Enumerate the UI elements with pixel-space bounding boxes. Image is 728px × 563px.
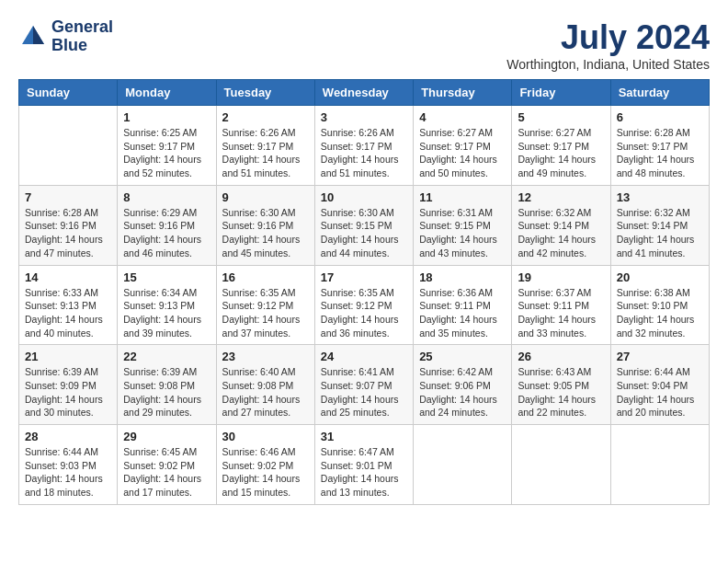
calendar-cell: 12Sunrise: 6:32 AM Sunset: 9:14 PM Dayli… (512, 185, 610, 265)
day-info: Sunrise: 6:30 AM Sunset: 9:15 PM Dayligh… (321, 206, 407, 260)
calendar-cell (19, 106, 118, 186)
day-info: Sunrise: 6:27 AM Sunset: 9:17 PM Dayligh… (419, 126, 506, 180)
calendar-cell: 29Sunrise: 6:45 AM Sunset: 9:02 PM Dayli… (118, 425, 216, 505)
day-number: 15 (123, 270, 210, 284)
day-number: 4 (419, 110, 506, 124)
day-number: 6 (617, 110, 703, 124)
page-header: General Blue July 2024 Worthington, Indi… (18, 18, 710, 72)
day-info: Sunrise: 6:39 AM Sunset: 9:09 PM Dayligh… (25, 365, 111, 419)
calendar-week-row: 1Sunrise: 6:25 AM Sunset: 9:17 PM Daylig… (19, 106, 710, 186)
calendar-cell: 7Sunrise: 6:28 AM Sunset: 9:16 PM Daylig… (19, 185, 118, 265)
calendar-cell (414, 425, 512, 505)
day-info: Sunrise: 6:30 AM Sunset: 9:16 PM Dayligh… (222, 206, 309, 260)
weekday-header-sunday: Sunday (19, 80, 118, 106)
day-number: 12 (518, 190, 604, 204)
calendar-cell: 6Sunrise: 6:28 AM Sunset: 9:17 PM Daylig… (610, 106, 709, 186)
calendar-cell: 16Sunrise: 6:35 AM Sunset: 9:12 PM Dayli… (216, 265, 314, 345)
day-info: Sunrise: 6:43 AM Sunset: 9:05 PM Dayligh… (518, 365, 604, 419)
calendar-cell: 13Sunrise: 6:32 AM Sunset: 9:14 PM Dayli… (610, 185, 709, 265)
weekday-header-thursday: Thursday (414, 80, 512, 106)
day-info: Sunrise: 6:41 AM Sunset: 9:07 PM Dayligh… (321, 365, 407, 419)
day-number: 23 (222, 350, 309, 363)
calendar-cell: 28Sunrise: 6:44 AM Sunset: 9:03 PM Dayli… (19, 425, 118, 505)
location: Worthington, Indiana, United States (506, 57, 710, 72)
logo-icon (18, 22, 48, 52)
calendar-cell: 23Sunrise: 6:40 AM Sunset: 9:08 PM Dayli… (216, 345, 314, 425)
day-info: Sunrise: 6:28 AM Sunset: 9:17 PM Dayligh… (617, 126, 703, 180)
day-number: 29 (123, 430, 210, 443)
day-number: 10 (321, 190, 407, 204)
calendar-cell: 20Sunrise: 6:38 AM Sunset: 9:10 PM Dayli… (610, 265, 709, 345)
day-info: Sunrise: 6:32 AM Sunset: 9:14 PM Dayligh… (518, 206, 604, 260)
day-info: Sunrise: 6:44 AM Sunset: 9:03 PM Dayligh… (25, 445, 111, 500)
calendar-cell: 27Sunrise: 6:44 AM Sunset: 9:04 PM Dayli… (610, 345, 709, 425)
day-number: 30 (222, 430, 309, 443)
calendar-week-row: 28Sunrise: 6:44 AM Sunset: 9:03 PM Dayli… (19, 425, 710, 505)
calendar-cell: 3Sunrise: 6:26 AM Sunset: 9:17 PM Daylig… (314, 106, 413, 186)
day-number: 26 (518, 350, 604, 363)
day-info: Sunrise: 6:32 AM Sunset: 9:14 PM Dayligh… (617, 206, 703, 260)
day-info: Sunrise: 6:33 AM Sunset: 9:13 PM Dayligh… (25, 286, 111, 340)
day-info: Sunrise: 6:35 AM Sunset: 9:12 PM Dayligh… (222, 286, 309, 340)
calendar-cell: 9Sunrise: 6:30 AM Sunset: 9:16 PM Daylig… (216, 185, 314, 265)
calendar-cell: 15Sunrise: 6:34 AM Sunset: 9:13 PM Dayli… (118, 265, 216, 345)
day-info: Sunrise: 6:35 AM Sunset: 9:12 PM Dayligh… (321, 286, 407, 340)
calendar-cell: 24Sunrise: 6:41 AM Sunset: 9:07 PM Dayli… (314, 345, 413, 425)
calendar-cell: 25Sunrise: 6:42 AM Sunset: 9:06 PM Dayli… (414, 345, 512, 425)
day-number: 1 (123, 110, 210, 124)
day-number: 8 (123, 190, 210, 204)
day-info: Sunrise: 6:27 AM Sunset: 9:17 PM Dayligh… (518, 126, 604, 180)
day-info: Sunrise: 6:29 AM Sunset: 9:16 PM Dayligh… (123, 206, 210, 260)
calendar-cell: 22Sunrise: 6:39 AM Sunset: 9:08 PM Dayli… (118, 345, 216, 425)
month-title: July 2024 (506, 18, 710, 57)
calendar-cell: 8Sunrise: 6:29 AM Sunset: 9:16 PM Daylig… (118, 185, 216, 265)
day-number: 21 (25, 350, 111, 363)
day-number: 3 (321, 110, 407, 124)
day-info: Sunrise: 6:39 AM Sunset: 9:08 PM Dayligh… (123, 365, 210, 419)
day-number: 25 (419, 350, 506, 363)
day-number: 16 (222, 270, 309, 284)
title-block: July 2024 Worthington, Indiana, United S… (506, 18, 710, 72)
day-number: 14 (25, 270, 111, 284)
day-number: 19 (518, 270, 604, 284)
day-info: Sunrise: 6:46 AM Sunset: 9:02 PM Dayligh… (222, 445, 309, 500)
weekday-header-row: SundayMondayTuesdayWednesdayThursdayFrid… (19, 80, 710, 106)
logo-text: General Blue (51, 18, 113, 55)
day-number: 24 (321, 350, 407, 363)
day-info: Sunrise: 6:31 AM Sunset: 9:15 PM Dayligh… (419, 206, 506, 260)
day-info: Sunrise: 6:34 AM Sunset: 9:13 PM Dayligh… (123, 286, 210, 340)
calendar-cell: 5Sunrise: 6:27 AM Sunset: 9:17 PM Daylig… (512, 106, 610, 186)
weekday-header-wednesday: Wednesday (314, 80, 413, 106)
day-number: 13 (617, 190, 703, 204)
calendar-cell: 11Sunrise: 6:31 AM Sunset: 9:15 PM Dayli… (414, 185, 512, 265)
weekday-header-tuesday: Tuesday (216, 80, 314, 106)
day-number: 20 (617, 270, 703, 284)
day-info: Sunrise: 6:36 AM Sunset: 9:11 PM Dayligh… (419, 286, 506, 340)
day-number: 5 (518, 110, 604, 124)
day-number: 28 (25, 430, 111, 443)
weekday-header-friday: Friday (512, 80, 610, 106)
calendar-week-row: 21Sunrise: 6:39 AM Sunset: 9:09 PM Dayli… (19, 345, 710, 425)
day-number: 11 (419, 190, 506, 204)
day-info: Sunrise: 6:25 AM Sunset: 9:17 PM Dayligh… (123, 126, 210, 180)
calendar-cell: 30Sunrise: 6:46 AM Sunset: 9:02 PM Dayli… (216, 425, 314, 505)
logo: General Blue (18, 18, 113, 55)
day-info: Sunrise: 6:26 AM Sunset: 9:17 PM Dayligh… (222, 126, 309, 180)
calendar-week-row: 14Sunrise: 6:33 AM Sunset: 9:13 PM Dayli… (19, 265, 710, 345)
calendar-cell: 4Sunrise: 6:27 AM Sunset: 9:17 PM Daylig… (414, 106, 512, 186)
day-number: 9 (222, 190, 309, 204)
day-number: 27 (617, 350, 703, 363)
calendar-cell: 10Sunrise: 6:30 AM Sunset: 9:15 PM Dayli… (314, 185, 413, 265)
day-info: Sunrise: 6:44 AM Sunset: 9:04 PM Dayligh… (617, 365, 703, 419)
calendar-week-row: 7Sunrise: 6:28 AM Sunset: 9:16 PM Daylig… (19, 185, 710, 265)
day-info: Sunrise: 6:37 AM Sunset: 9:11 PM Dayligh… (518, 286, 604, 340)
calendar-cell: 17Sunrise: 6:35 AM Sunset: 9:12 PM Dayli… (314, 265, 413, 345)
svg-marker-1 (33, 26, 44, 44)
calendar-cell: 26Sunrise: 6:43 AM Sunset: 9:05 PM Dayli… (512, 345, 610, 425)
day-info: Sunrise: 6:42 AM Sunset: 9:06 PM Dayligh… (419, 365, 506, 419)
weekday-header-saturday: Saturday (610, 80, 709, 106)
calendar-cell: 1Sunrise: 6:25 AM Sunset: 9:17 PM Daylig… (118, 106, 216, 186)
day-info: Sunrise: 6:45 AM Sunset: 9:02 PM Dayligh… (123, 445, 210, 500)
calendar-cell: 31Sunrise: 6:47 AM Sunset: 9:01 PM Dayli… (314, 425, 413, 505)
day-number: 18 (419, 270, 506, 284)
